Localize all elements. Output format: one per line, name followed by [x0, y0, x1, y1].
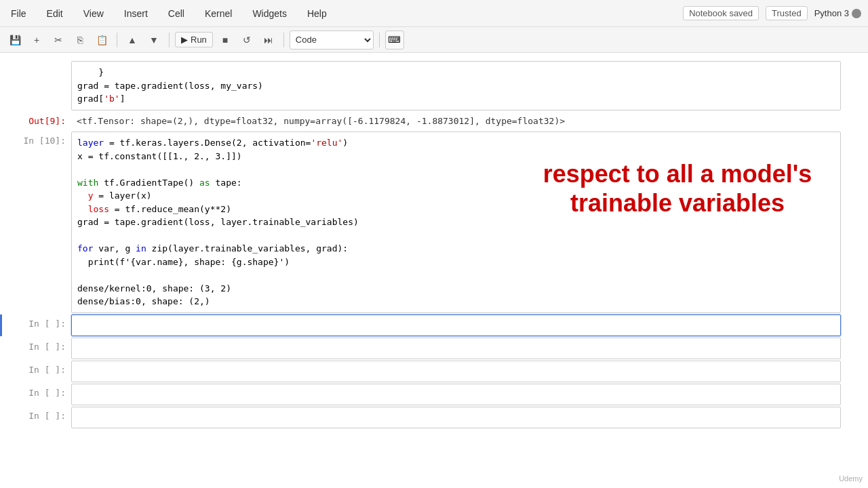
- cell-9-content[interactable]: } grad = tape.gradient(loss, my_vars) gr…: [71, 61, 841, 110]
- cell-9-code: } grad = tape.gradient(loss, my_vars) gr…: [0, 61, 841, 110]
- cell-9-output-block: <tf.Tensor: shape=(2,), dtype=float32, n…: [71, 112, 570, 131]
- empty-cell-1-content[interactable]: [71, 314, 841, 336]
- empty-cell-2-wrapper: In [ ]:: [0, 338, 841, 359]
- menu-insert[interactable]: Insert: [120, 5, 152, 22]
- paste-button[interactable]: 📋: [92, 30, 111, 49]
- empty-cell-4-label: In [ ]:: [7, 384, 71, 405]
- cell-9-out-indicator: [0, 112, 7, 131]
- cut-button[interactable]: ✂: [49, 30, 68, 49]
- empty-cell-5-wrapper: In [ ]:: [0, 407, 841, 428]
- empty-cell-1-wrapper: In [ ]:: [0, 314, 841, 336]
- empty-cell-2-indicator: [0, 338, 7, 359]
- toolbar-sep-4: [379, 33, 380, 47]
- keyboard-shortcuts-button[interactable]: ⌨: [385, 30, 404, 49]
- menu-view[interactable]: View: [79, 5, 108, 22]
- udemy-watermark: Udemy: [839, 474, 863, 483]
- empty-cell-3-indicator: [0, 361, 7, 382]
- empty-cell-5-content[interactable]: [71, 407, 841, 428]
- menu-widgets[interactable]: Widgets: [248, 5, 291, 22]
- menu-edit[interactable]: Edit: [43, 5, 67, 22]
- toolbar-sep-1: [117, 33, 117, 47]
- empty-cell-2-content[interactable]: [71, 338, 841, 359]
- fast-forward-button[interactable]: ⏭: [259, 30, 278, 49]
- cell-9-out-label: Out[9]:: [7, 112, 71, 131]
- notebook: } grad = tape.gradient(loss, my_vars) gr…: [0, 53, 868, 488]
- cell-10: In [10]: layer = tf.keras.layers.Dense(2…: [0, 131, 841, 313]
- menubar-right: Notebook saved Trusted Python 3: [683, 6, 861, 20]
- empty-cell-1-label: In [ ]:: [7, 314, 71, 336]
- empty-cell-1-indicator: [0, 314, 7, 336]
- cell-9-code-block: } grad = tape.gradient(loss, my_vars) gr…: [72, 62, 840, 110]
- kernel-badge: Python 3: [814, 8, 861, 18]
- kernel-label: Python 3: [814, 8, 849, 18]
- kernel-circle-icon: [852, 9, 861, 18]
- menu-file[interactable]: File: [7, 5, 31, 22]
- empty-cell-5-indicator: [0, 407, 7, 428]
- cell-10-indicator: [0, 131, 7, 313]
- empty-cell-3-wrapper: In [ ]:: [0, 361, 841, 382]
- copy-button[interactable]: ⎘: [71, 30, 90, 49]
- cell-9-label: [7, 61, 71, 110]
- stop-button[interactable]: ■: [216, 30, 235, 49]
- menu-help[interactable]: Help: [303, 5, 331, 22]
- toolbar-sep-2: [169, 33, 170, 47]
- empty-cell-3-content[interactable]: [71, 361, 841, 382]
- run-icon: ▶: [181, 35, 188, 45]
- move-up-button[interactable]: ▲: [123, 30, 142, 49]
- menu-bar: File Edit View Insert Cell Kernel Widget…: [0, 0, 868, 27]
- empty-cell-4-wrapper: In [ ]:: [0, 384, 841, 405]
- menu-cell[interactable]: Cell: [164, 5, 189, 22]
- empty-cell-4-indicator: [0, 384, 7, 405]
- trusted-badge[interactable]: Trusted: [766, 6, 808, 20]
- toolbar-sep-3: [283, 33, 284, 47]
- add-cell-button[interactable]: +: [27, 30, 46, 49]
- cell-10-label: In [10]:: [7, 131, 71, 313]
- run-label: Run: [191, 35, 207, 45]
- cell-type-select[interactable]: Code Markdown Raw NBConvert: [290, 30, 374, 49]
- cell-10-code-block: layer = tf.keras.layers.Dense(2, activat…: [72, 132, 840, 312]
- toolbar: 💾 + ✂ ⎘ 📋 ▲ ▼ ▶ Run ■ ↺ ⏭ Code Markdown …: [0, 27, 868, 53]
- cell-9-output: Out[9]: <tf.Tensor: shape=(2,), dtype=fl…: [0, 112, 841, 131]
- restart-button[interactable]: ↺: [237, 30, 256, 49]
- empty-cell-5-label: In [ ]:: [7, 407, 71, 428]
- empty-cell-2-label: In [ ]:: [7, 338, 71, 359]
- cell-10-content[interactable]: layer = tf.keras.layers.Dense(2, activat…: [71, 131, 841, 313]
- cell-9-indicator: [0, 61, 7, 110]
- empty-cell-4-content[interactable]: [71, 384, 841, 405]
- save-button[interactable]: 💾: [5, 30, 24, 49]
- empty-cell-3-label: In [ ]:: [7, 361, 71, 382]
- move-down-button[interactable]: ▼: [144, 30, 163, 49]
- run-button[interactable]: ▶ Run: [175, 32, 213, 47]
- notebook-saved-badge: Notebook saved: [683, 6, 759, 20]
- menu-kernel[interactable]: Kernel: [201, 5, 236, 22]
